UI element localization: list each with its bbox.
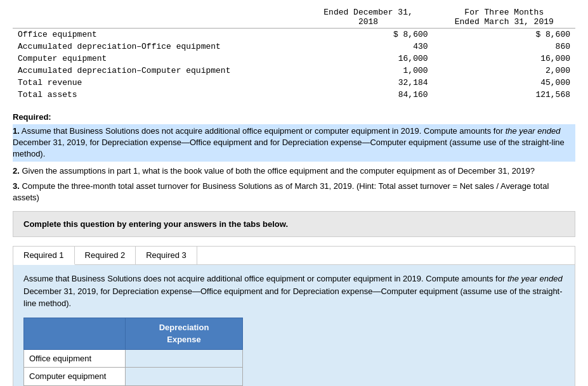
- table-cell-label: Computer equipment: [13, 53, 304, 65]
- table-cell-col2: 2,000: [433, 65, 575, 77]
- answer-table-dep-expense-header: DepreciationExpense: [126, 318, 243, 349]
- tab-text-after: December 31, 2019, for Depreciation expe…: [23, 286, 563, 309]
- item1-italic: the year ended: [506, 126, 561, 136]
- tab-1[interactable]: Required 1: [13, 247, 75, 265]
- item1-text-before: Assume that Business Solutions does not …: [20, 126, 506, 136]
- answer-input[interactable]: [131, 354, 237, 363]
- tab-italic-text: the year ended: [507, 274, 563, 283]
- required-label: Required:: [13, 112, 575, 122]
- required-item-2: 2. Given the assumptions in part 1, what…: [13, 165, 575, 177]
- table-cell-col2: 45,000: [433, 77, 575, 89]
- answer-table: DepreciationExpense Office equipment Com…: [23, 318, 243, 386]
- required-item-1: 1. Assume that Business Solutions does n…: [13, 124, 575, 162]
- answer-row-input-cell[interactable]: [126, 349, 243, 368]
- complete-box-text: Complete this question by entering your …: [23, 219, 288, 229]
- table-row: Office equipment $ 8,600 $ 8,600: [13, 29, 575, 41]
- table-cell-col1: 16,000: [304, 53, 433, 65]
- table-cell-col2: 16,000: [433, 53, 575, 65]
- answer-row-input-cell[interactable]: [126, 368, 243, 386]
- table-row: Computer equipment 16,000 16,000: [13, 53, 575, 65]
- tab-2[interactable]: Required 2: [75, 247, 136, 264]
- required-section: Required: 1. Assume that Business Soluti…: [13, 112, 575, 203]
- answer-table-row: Computer equipment: [24, 368, 243, 386]
- tab-1-content: Assume that Business Solutions does not …: [13, 265, 575, 386]
- table-cell-col2: 121,568: [433, 89, 575, 101]
- tab-content-text: Assume that Business Solutions does not …: [23, 273, 565, 310]
- table-empty-header: [13, 6, 304, 29]
- table-cell-col1: 430: [304, 41, 433, 53]
- table-row: Accumulated depreciation–Computer equipm…: [13, 65, 575, 77]
- answer-row-label: Office equipment: [24, 349, 126, 368]
- tab-3[interactable]: Required 3: [136, 247, 197, 264]
- item2-number: 2.: [13, 166, 20, 176]
- item1-text-after: December 31, 2019, for Depreciation expe…: [13, 138, 565, 158]
- answer-table-empty-header: [24, 318, 126, 349]
- table-row: Total assets 84,160 121,568: [13, 89, 575, 101]
- table-cell-col1: 32,184: [304, 77, 433, 89]
- item1-number: 1.: [13, 126, 20, 136]
- data-table: Ended December 31, 2018 For Three Months…: [13, 6, 575, 101]
- item2-text: Given the assumptions in part 1, what is…: [20, 166, 535, 176]
- col-header-year-end: Ended December 31, 2018: [304, 6, 433, 29]
- required-item-3: 3. Compute the three-month total asset t…: [13, 181, 575, 203]
- table-cell-label: Total assets: [13, 89, 304, 101]
- table-cell-label: Accumulated depreciation–Office equipmen…: [13, 41, 304, 53]
- item3-number: 3.: [13, 181, 20, 191]
- table-cell-col1: 1,000: [304, 65, 433, 77]
- tabs-container: Required 1Required 2Required 3 Assume th…: [13, 246, 575, 386]
- complete-box: Complete this question by entering your …: [13, 211, 575, 237]
- tabs-header: Required 1Required 2Required 3: [13, 247, 575, 265]
- answer-section: DepreciationExpense Office equipment Com…: [23, 318, 565, 386]
- item3-text: Compute the three-month total asset turn…: [13, 181, 549, 202]
- table-cell-label: Total revenue: [13, 77, 304, 89]
- table-cell-col1: $ 8,600: [304, 29, 433, 41]
- answer-input[interactable]: [131, 371, 237, 381]
- answer-row-label: Computer equipment: [24, 368, 126, 386]
- table-row: Total revenue 32,184 45,000: [13, 77, 575, 89]
- tab-text-before: Assume that Business Solutions does not …: [23, 274, 507, 283]
- table-row: Accumulated depreciation–Office equipmen…: [13, 41, 575, 53]
- table-cell-label: Accumulated depreciation–Computer equipm…: [13, 65, 304, 77]
- col-header-three-months: For Three Months Ended March 31, 2019: [433, 6, 575, 29]
- table-cell-col2: $ 8,600: [433, 29, 575, 41]
- table-cell-label: Office equipment: [13, 29, 304, 41]
- answer-table-row: Office equipment: [24, 349, 243, 368]
- table-cell-col1: 84,160: [304, 89, 433, 101]
- table-cell-col2: 860: [433, 41, 575, 53]
